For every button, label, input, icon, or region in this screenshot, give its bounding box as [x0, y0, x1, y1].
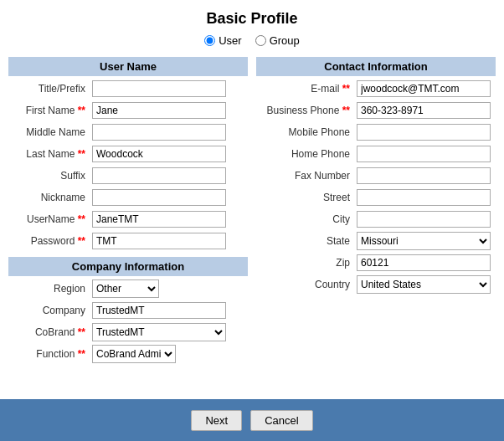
email-label: E-mail **	[256, 83, 357, 95]
email-row: E-mail **	[256, 79, 496, 98]
first-name-label: First Name **	[8, 105, 92, 116]
function-select[interactable]: CoBrand Admin User Manager	[92, 345, 176, 363]
fax-label: Fax Number	[256, 170, 357, 182]
cancel-button[interactable]: Cancel	[250, 410, 312, 431]
user-group-toggle: User Group	[0, 34, 504, 47]
username-input[interactable]	[92, 211, 226, 228]
mobile-phone-row: Mobile Phone	[256, 123, 496, 141]
footer-bar: Next Cancel	[0, 399, 504, 441]
nickname-row: Nickname	[8, 188, 248, 207]
right-panel: Contact Information E-mail ** Business P…	[256, 57, 496, 399]
last-name-input[interactable]	[92, 146, 226, 162]
last-name-row: Last Name **	[8, 145, 248, 163]
last-name-label: Last Name **	[8, 148, 92, 160]
fax-input[interactable]	[357, 167, 491, 184]
suffix-input[interactable]	[92, 167, 226, 184]
user-radio-option[interactable]: User	[204, 34, 241, 47]
street-row: Street	[256, 188, 496, 207]
company-section: Company Information Region Other North A…	[8, 257, 248, 363]
middle-name-label: Middle Name	[8, 126, 92, 138]
username-row: UserName **	[8, 210, 248, 228]
middle-name-input[interactable]	[92, 124, 226, 141]
first-name-row: First Name **	[8, 101, 248, 120]
country-select[interactable]: United States Canada United Kingdom Aust…	[357, 275, 491, 294]
home-phone-input[interactable]	[357, 146, 491, 162]
state-select[interactable]: Missouri Alabama Alaska Arizona Californ…	[357, 232, 491, 250]
left-panel: User Name Title/Prefix First Name ** Mid…	[8, 57, 248, 399]
country-row: Country United States Canada United King…	[256, 275, 496, 294]
first-name-input[interactable]	[92, 102, 226, 119]
company-header: Company Information	[8, 257, 248, 276]
next-button[interactable]: Next	[191, 410, 242, 431]
region-select[interactable]: Other North America Europe Asia	[92, 279, 159, 298]
zip-row: Zip	[256, 254, 496, 272]
title-row: Title/Prefix	[8, 79, 248, 98]
region-row: Region Other North America Europe Asia	[8, 279, 248, 298]
city-label: City	[256, 213, 357, 225]
zip-label: Zip	[256, 257, 357, 269]
company-row: Company	[8, 301, 248, 320]
nickname-input[interactable]	[92, 189, 226, 206]
function-label: Function **	[8, 348, 92, 360]
nickname-label: Nickname	[8, 192, 92, 203]
state-row: State Missouri Alabama Alaska Arizona Ca…	[256, 232, 496, 250]
suffix-row: Suffix	[8, 167, 248, 185]
function-row: Function ** CoBrand Admin User Manager	[8, 345, 248, 363]
company-input[interactable]	[92, 302, 226, 319]
home-phone-label: Home Phone	[256, 148, 357, 160]
cobrand-select[interactable]: TrustedMT Option2	[92, 323, 226, 341]
cobrand-row: CoBrand ** TrustedMT Option2	[8, 323, 248, 341]
middle-name-row: Middle Name	[8, 123, 248, 141]
city-input[interactable]	[357, 211, 491, 228]
home-phone-row: Home Phone	[256, 145, 496, 163]
group-radio-option[interactable]: Group	[255, 34, 300, 47]
zip-input[interactable]	[357, 254, 491, 271]
contact-header: Contact Information	[256, 57, 496, 76]
username-label: UserName **	[8, 213, 92, 225]
state-label: State	[256, 235, 357, 247]
mobile-phone-input[interactable]	[357, 124, 491, 141]
group-radio[interactable]	[255, 35, 266, 46]
email-input[interactable]	[357, 80, 491, 97]
page-title: Basic Profile	[0, 0, 504, 34]
mobile-phone-label: Mobile Phone	[256, 126, 357, 138]
user-radio-label: User	[219, 34, 241, 47]
region-label: Region	[8, 283, 92, 295]
fax-row: Fax Number	[256, 167, 496, 185]
city-row: City	[256, 210, 496, 228]
business-phone-label: Business Phone **	[256, 105, 357, 116]
street-label: Street	[256, 192, 357, 203]
password-input[interactable]	[92, 233, 226, 249]
business-phone-row: Business Phone **	[256, 101, 496, 120]
password-label: Password **	[8, 235, 92, 247]
country-label: Country	[256, 279, 357, 290]
cobrand-label: CoBrand **	[8, 326, 92, 338]
title-label: Title/Prefix	[8, 83, 92, 95]
company-label: Company	[8, 305, 92, 316]
user-radio[interactable]	[204, 35, 215, 46]
group-radio-label: Group	[270, 34, 300, 47]
password-row: Password **	[8, 232, 248, 250]
title-input[interactable]	[92, 80, 226, 97]
user-name-header: User Name	[8, 57, 248, 76]
business-phone-input[interactable]	[357, 102, 491, 119]
suffix-label: Suffix	[8, 170, 92, 182]
street-input[interactable]	[357, 189, 491, 206]
